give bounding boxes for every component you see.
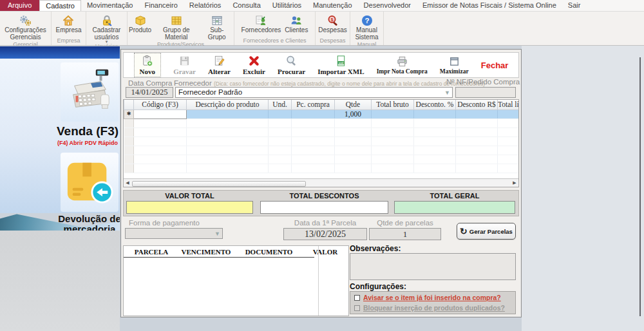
grid-header-marker bbox=[124, 100, 134, 109]
alterar-button[interactable]: Alterar bbox=[208, 55, 231, 75]
devolucao-shortcut[interactable] bbox=[61, 153, 118, 212]
grid-empty-row bbox=[124, 128, 520, 137]
checkbox-icon[interactable] bbox=[354, 295, 360, 301]
installments-table[interactable]: PARCELA VENCIMENTO DOCUMENTO VALOR bbox=[123, 245, 349, 316]
menu-tab-arquivo[interactable]: Arquivo bbox=[0, 0, 39, 11]
material-grid-icon bbox=[170, 14, 183, 27]
installments-col-vencimento: VENCIMENTO bbox=[174, 248, 238, 256]
avisar-item-option[interactable]: Avisar se o item já foi inserido na comp… bbox=[354, 294, 501, 301]
produto-button[interactable]: Produto bbox=[128, 13, 153, 35]
return-package-icon bbox=[65, 156, 114, 207]
imprimir-nota-compra-button[interactable]: Impr Nota Compra bbox=[377, 55, 428, 75]
home-icon bbox=[62, 14, 75, 27]
gravar-button[interactable]: Gravar bbox=[173, 55, 196, 75]
data-compra-field[interactable]: 14/01/2025 bbox=[126, 87, 173, 98]
grid-header-total-bruto: Total bruto bbox=[372, 100, 414, 109]
checkbox-icon[interactable] bbox=[354, 305, 360, 311]
ribbon-button-label: Clientes bbox=[285, 27, 308, 34]
edit-note-icon bbox=[213, 55, 225, 67]
scroll-right-icon[interactable]: ▶ bbox=[511, 179, 518, 187]
importar-xml-button[interactable]: xml Importar XML bbox=[317, 55, 364, 75]
mdi-background bbox=[522, 46, 644, 331]
ribbon-group-label: Despesas bbox=[316, 37, 350, 45]
valor-total-field[interactable] bbox=[126, 201, 253, 214]
grid-header-qtde: Qtde bbox=[335, 100, 372, 109]
despesas-button[interactable]: $ Despesas bbox=[317, 13, 348, 35]
menu-tab-utilitarios[interactable]: Utilitários bbox=[267, 0, 307, 11]
menu-tab-manutencao[interactable]: Manutenção bbox=[307, 0, 358, 11]
nf-pedido-field[interactable] bbox=[455, 87, 516, 98]
installments-col-valor: VALOR bbox=[299, 248, 351, 256]
products-grid[interactable]: Código (F3) Descrição do produto Und. Pc… bbox=[123, 99, 519, 187]
total-geral-field[interactable] bbox=[394, 201, 515, 214]
chevron-down-icon: ▼ bbox=[214, 229, 220, 239]
subgroup-grid-icon bbox=[211, 14, 223, 27]
installments-divider bbox=[318, 246, 319, 316]
excluir-button[interactable]: Excluir bbox=[243, 55, 265, 75]
new-clipboard-icon bbox=[141, 55, 153, 67]
fornecedor-combo[interactable]: Fornecedor Padrão ▼ bbox=[175, 87, 453, 98]
gerar-parcelas-button[interactable]: ↻ Gerar Parcelas bbox=[457, 223, 516, 240]
sub-grupo-button[interactable]: Sub-Grupo bbox=[200, 13, 234, 41]
menu-tab-emissor-nf[interactable]: Emissor de Notas Fiscais / Sistema Onlin… bbox=[417, 0, 562, 11]
bloquear-duplicados-option[interactable]: Bloquear inserção de produtos duplicados… bbox=[354, 304, 505, 312]
menu-tab-relatorios[interactable]: Relatórios bbox=[184, 0, 227, 11]
grid-horizontal-scrollbar[interactable]: ◀ ▶ bbox=[124, 178, 518, 187]
ribbon-button-label: Manual Sistema bbox=[352, 27, 382, 41]
ribbon-button-label: Empresa bbox=[55, 27, 81, 34]
ribbon-group-fornecedores-clientes: Fornecedores Clientes Fornecedores e Cli… bbox=[234, 12, 316, 45]
menu-tab-sair[interactable]: Sair bbox=[562, 0, 587, 11]
menu-tab-financeiro[interactable]: Financeiro bbox=[138, 0, 183, 11]
menu-tab-movimentacao[interactable]: Movimentação bbox=[81, 0, 139, 11]
refresh-icon: ↻ bbox=[460, 227, 468, 235]
menu-tab-cadastro[interactable]: Cadastro bbox=[39, 0, 81, 11]
primeira-parcela-field[interactable]: 13/02/2025 bbox=[283, 228, 367, 240]
grid-header-desconto-pct: Desconto. % bbox=[414, 100, 456, 109]
ribbon-button-label: Fornecedores bbox=[242, 27, 281, 34]
configuracoes-gerenciais-button[interactable]: Configurações Gerenciais bbox=[3, 13, 48, 41]
qtde-parcelas-field[interactable]: 1 bbox=[369, 228, 441, 240]
sidebar-footer-area bbox=[0, 231, 120, 331]
ribbon-button-label: Sub-Grupo bbox=[201, 27, 232, 41]
fornecedores-button[interactable]: Fornecedores bbox=[240, 13, 283, 35]
observacoes-textarea[interactable] bbox=[350, 253, 516, 280]
scrollbar-thumb[interactable] bbox=[132, 181, 306, 187]
empresa-button[interactable]: Empresa bbox=[54, 13, 82, 35]
scroll-left-icon[interactable]: ◀ bbox=[124, 179, 131, 187]
menu-tab-consulta[interactable]: Consulta bbox=[227, 0, 266, 11]
maximize-icon bbox=[448, 55, 460, 68]
right-scrollbar[interactable] bbox=[639, 57, 641, 316]
valor-total-label: VALOR TOTAL bbox=[126, 192, 253, 200]
ribbon-group-label: Empresa bbox=[52, 37, 86, 45]
grupo-material-button[interactable]: Grupo de Material bbox=[154, 13, 198, 41]
cash-register-icon bbox=[64, 66, 115, 116]
venda-shortcut[interactable] bbox=[61, 62, 118, 122]
product-box-icon bbox=[134, 14, 147, 27]
xml-file-icon: xml bbox=[335, 55, 347, 67]
lock-icon bbox=[100, 14, 113, 27]
procurar-button[interactable]: Procurar bbox=[278, 55, 305, 75]
expenses-icon: $ bbox=[327, 14, 339, 27]
ribbon-button-label: Cadastrar usuários bbox=[88, 27, 126, 41]
grid-cell-qtde[interactable]: 1,000 bbox=[335, 109, 372, 118]
clients-icon bbox=[290, 14, 303, 27]
save-floppy-icon bbox=[178, 55, 191, 67]
grid-header-descricao: Descrição do produto bbox=[187, 100, 269, 109]
total-descontos-field[interactable] bbox=[260, 201, 388, 214]
maximizar-button[interactable]: Maximizar bbox=[440, 55, 469, 75]
manual-sistema-button[interactable]: ? Manual Sistema bbox=[350, 13, 383, 41]
ribbon-group-manual: ? Manual Sistema Manual bbox=[350, 12, 384, 45]
venda-title[interactable]: Venda (F3) bbox=[46, 124, 120, 138]
fechar-button[interactable]: Fechar bbox=[481, 61, 509, 70]
ribbon-button-label: Despesas bbox=[318, 27, 346, 34]
totals-bar: VALOR TOTAL TOTAL DESCONTOS TOTAL GERAL bbox=[123, 190, 519, 216]
sidebar: Venda (F3) (F4) Abrir PDV Rápido Devoluç… bbox=[0, 46, 120, 331]
total-descontos-label: TOTAL DESCONTOS bbox=[260, 192, 388, 200]
menu-tab-desenvolvedor[interactable]: Desenvolvedor bbox=[358, 0, 417, 11]
clientes-button[interactable]: Clientes bbox=[283, 13, 309, 35]
novo-button[interactable]: Novo bbox=[134, 53, 161, 77]
ribbon-group-empresa: Empresa Empresa bbox=[52, 12, 86, 45]
grid-cell-codigo[interactable] bbox=[134, 109, 187, 118]
cadastrar-usuarios-button[interactable]: Cadastrar usuários ▾ bbox=[86, 13, 127, 43]
forma-pagamento-combo[interactable]: ▼ bbox=[125, 228, 223, 239]
